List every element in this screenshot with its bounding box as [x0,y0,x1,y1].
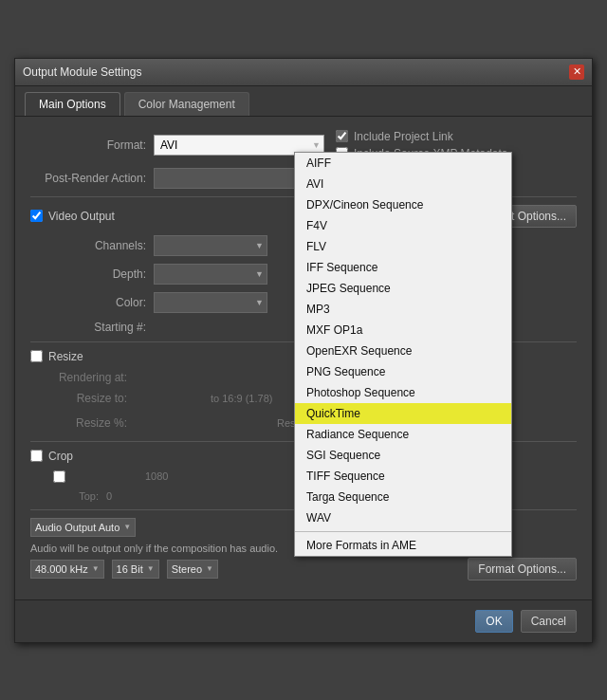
rendering-at-label: Rendering at: [49,371,135,384]
depth-select[interactable] [154,264,267,285]
depth-select-wrapper [154,264,267,285]
resize-label: Resize [48,350,83,363]
ok-button[interactable]: OK [475,610,512,633]
close-button[interactable]: ✕ [569,64,584,80]
bit-depth-arrow: ▼ [147,564,155,573]
tab-color-management[interactable]: Color Management [124,92,249,116]
crop-checkbox[interactable] [30,450,43,462]
channels-select-wrapper [154,235,267,256]
tab-bar: Main Options Color Management [15,86,592,117]
sample-rate-select[interactable]: 48.000 kHz ▼ [30,560,104,579]
dropdown-item-photoshop[interactable]: Photoshop Sequence [295,382,511,403]
dropdown-item-wav[interactable]: WAV [295,507,511,528]
main-content: Format: AVI AIFF AVI DPX/Cineon Sequence… [15,117,592,599]
audio-output-arrow: ▼ [123,523,131,531]
channels-arrow: ▼ [206,564,213,573]
channels-value: Stereo [172,563,202,575]
dropdown-item-mp3[interactable]: MP3 [295,299,511,320]
audio-output-label: Audio Output Auto [35,522,120,533]
format-dropdown[interactable]: AIFF AVI DPX/Cineon Sequence F4V FLV IFF… [294,152,512,557]
dropdown-item-quicktime[interactable]: QuickTime [295,403,511,424]
dialog-title: Output Module Settings [23,65,141,79]
format-row: Format: AVI AIFF AVI DPX/Cineon Sequence… [30,130,577,160]
include-project-link-checkbox[interactable] [336,130,348,142]
crop-resolution: 1080 [145,470,168,482]
channels-select[interactable] [154,235,267,256]
dropdown-item-dpx[interactable]: DPX/Cineon Sequence [295,194,511,215]
resize-to-label: Resize to: [49,392,135,405]
dropdown-item-f4v[interactable]: F4V [295,215,511,236]
video-output-label: Video Output [48,210,115,223]
include-project-link-row: Include Project Link [336,130,508,143]
dropdown-item-png[interactable]: PNG Sequence [295,361,511,382]
bit-depth-value: 16 Bit [117,563,143,575]
post-render-label: Post-Render Action: [30,172,154,185]
color-select-wrapper [154,292,267,313]
color-select[interactable] [154,292,267,313]
audio-output-select[interactable]: Audio Output Auto ▼ [30,518,136,537]
tab-main-options[interactable]: Main Options [25,92,120,116]
dropdown-item-sgi[interactable]: SGI Sequence [295,445,511,466]
use-region-checkbox[interactable] [53,470,65,483]
title-bar: Output Module Settings ✕ [15,59,592,86]
include-project-link-label: Include Project Link [354,130,453,143]
channels-label: Channels: [49,239,154,252]
depth-label: Depth: [49,267,154,281]
dropdown-item-targa[interactable]: Targa Sequence [295,487,511,507]
dropdown-item-mxf[interactable]: MXF OP1a [295,320,511,341]
format-label: Format: [30,138,154,152]
dropdown-item-flv[interactable]: FLV [295,236,511,257]
crop-top-label: Top: [49,490,106,502]
bit-depth-select[interactable]: 16 Bit ▼ [112,560,159,579]
resize-percent-label: Resize %: [49,416,135,430]
color-label: Color: [49,296,154,309]
audio-format-options-button[interactable]: Format Options... [468,558,577,580]
dropdown-item-jpeg[interactable]: JPEG Sequence [295,278,511,299]
crop-top-value: 0 [106,490,112,502]
resize-checkbox[interactable] [30,350,43,362]
video-output-checkbox[interactable] [30,210,43,222]
sample-rate-value: 48.000 kHz [35,563,88,575]
dropdown-item-openexr[interactable]: OpenEXR Sequence [295,341,511,361]
bottom-bar: OK Cancel [15,599,592,642]
channels-select-audio[interactable]: Stereo ▼ [167,560,218,579]
dropdown-divider [295,531,511,532]
audio-settings-row: 48.000 kHz ▼ 16 Bit ▼ Stereo ▼ Format Op… [30,558,577,580]
starting-num-label: Starting #: [49,321,154,334]
dropdown-item-iff[interactable]: IFF Sequence [295,257,511,278]
dropdown-item-avi[interactable]: AVI [295,174,511,194]
sample-rate-arrow: ▼ [92,564,100,573]
dropdown-item-tiff[interactable]: TIFF Sequence [295,466,511,487]
dropdown-item-more[interactable]: More Formats in AME [295,535,511,556]
aspect-ratio-label: to 16:9 (1.78) [211,393,272,404]
crop-label: Crop [48,450,73,463]
dropdown-item-aiff[interactable]: AIFF [295,153,511,174]
output-module-dialog: Output Module Settings ✕ Main Options Co… [14,58,593,643]
cancel-button[interactable]: Cancel [521,610,577,633]
dropdown-item-radiance[interactable]: Radiance Sequence [295,424,511,445]
